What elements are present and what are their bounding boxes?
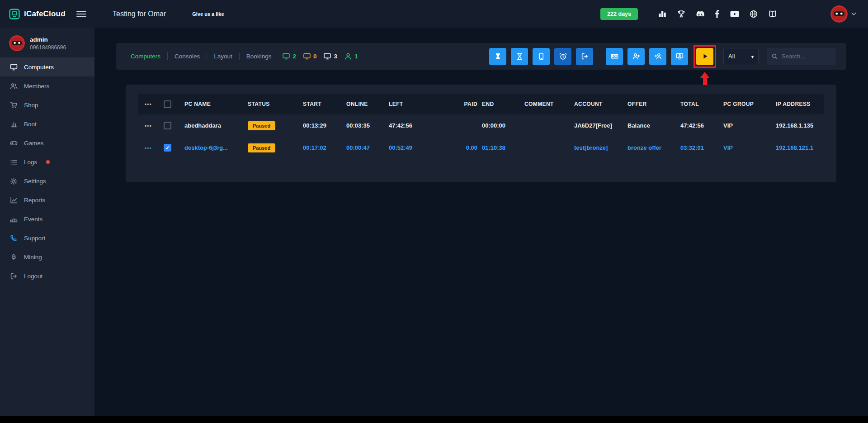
col-account[interactable]: ACCOUNT [574,101,627,107]
tab-computers[interactable]: Computers [131,53,160,60]
give-us-a-like-link[interactable]: Give us a like [192,11,224,17]
annotation-arrow-up [700,72,710,85]
toolbar-actions: All ▼ [489,48,835,65]
row-checkbox[interactable]: ✓ [164,144,171,152]
table-row[interactable]: ••• abedhaddara Paused 00:13:29 00:03:35… [138,114,824,137]
sidebar-item-shop[interactable]: Shop [0,95,94,114]
screenshot-button[interactable] [671,48,688,65]
col-left[interactable]: LEFT [389,101,457,107]
sidebar-item-logout[interactable]: Logout [0,266,94,285]
banknote-icon [611,52,618,60]
counter-pcs-warning: 0 [303,52,317,60]
check-icon: ✓ [165,145,170,151]
list-icon [10,158,18,166]
col-online[interactable]: ONLINE [346,101,389,107]
tab-consoles[interactable]: Consoles [175,53,200,60]
hamburger-menu-icon[interactable] [76,11,86,17]
hourglass-filled-icon [494,52,502,60]
table-header-row: ••• PC NAME STATUS START ONLINE LEFT PAI… [138,94,824,114]
discord-icon[interactable] [696,10,705,18]
play-icon [701,52,709,60]
user-menu[interactable] [830,5,856,23]
checkout-button[interactable] [576,48,593,65]
select-all-checkbox[interactable] [164,100,171,108]
bitcoin-icon [10,253,18,261]
mobile-button[interactable] [533,48,550,65]
tab-layout[interactable]: Layout [214,53,232,60]
col-pc-name[interactable]: PC NAME [184,101,248,107]
user-plus-alt-icon [654,52,662,60]
cell-total: 03:32:01 [680,144,723,151]
col-status[interactable]: STATUS [248,101,303,107]
phone-icon [10,234,18,242]
col-total[interactable]: TOTAL [680,101,723,107]
tab-bookings[interactable]: Bookings [246,53,272,60]
counter-value: 1 [354,53,358,60]
globe-icon[interactable] [749,10,758,18]
monitor-icon [323,52,331,60]
trophy-icon[interactable] [677,10,686,18]
sidebar-nav: Computers Members Shop Boot Games Logs S… [0,57,94,285]
sidebar-item-label: Mining [24,254,42,261]
col-end[interactable]: END [482,101,524,107]
brand-logo-icon [9,9,20,19]
row-checkbox[interactable] [164,122,171,129]
brand-area: iCafeCloud [0,0,94,28]
cell-pc-group: VIP [723,144,776,151]
monitor-user-icon [676,52,684,60]
book-icon[interactable] [768,10,777,18]
sidebar-item-games[interactable]: Games [0,133,94,152]
col-offer[interactable]: OFFER [627,101,680,107]
col-pc-group[interactable]: PC GROUP [723,101,776,107]
brand[interactable]: iCafeCloud [9,9,66,19]
group-filter-select[interactable]: All [723,48,759,65]
group-filter-wrap: All ▼ [723,48,759,65]
license-days-badge[interactable]: 222 days [600,8,638,20]
cell-status: Paused [248,143,303,152]
start-session-button[interactable] [696,48,713,65]
sidebar-item-events[interactable]: Events [0,209,94,228]
col-paid[interactable]: PAID [457,101,482,107]
computers-toolbar: Computers Consoles Layout Bookings 2 0 3 [116,43,846,70]
col-start[interactable]: START [303,101,346,107]
youtube-icon[interactable] [730,10,739,18]
facebook-icon[interactable] [715,10,720,18]
counter-pcs-in-use: 2 [282,52,296,60]
header-actions-icon[interactable]: ••• [138,101,164,107]
sidebar-profile[interactable]: admin 096184986696 [0,28,94,57]
cell-end: 01:10:38 [482,144,524,151]
sidebar-item-reports[interactable]: Reports [0,190,94,209]
sidebar-item-mining[interactable]: Mining [0,247,94,266]
cell-pc-name[interactable]: desktop-6j3rg... [184,144,248,151]
sidebar-item-computers[interactable]: Computers [0,57,94,76]
sidebar-item-members[interactable]: Members [0,76,94,95]
cell-online: 00:03:35 [346,122,389,129]
alarm-button[interactable] [554,48,571,65]
sidebar-item-boot[interactable]: Boot [0,114,94,133]
search-icon [771,53,778,60]
assign-member-button[interactable] [627,48,645,65]
stats-icon[interactable] [658,10,667,18]
cell-pc-name[interactable]: abedhaddara [184,122,248,129]
row-actions-icon[interactable]: ••• [138,145,164,151]
cell-offer: bronze offer [627,144,680,151]
sidebar-item-support[interactable]: Support [0,228,94,247]
col-ip-address[interactable]: IP ADDRESS [776,101,824,107]
sidebar-item-label: Logout [24,273,42,280]
sidebar-item-label: Shop [24,102,38,109]
status-badge: Paused [248,143,275,152]
table-row[interactable]: ••• ✓ desktop-6j3rg... Paused 00:17:02 0… [138,137,824,159]
resume-time-button[interactable] [511,48,528,65]
counter-value: 2 [292,53,296,60]
pause-time-button[interactable] [489,48,506,65]
cell-pc-group: VIP [723,122,776,129]
cash-payment-button[interactable] [606,48,623,65]
row-actions-icon[interactable]: ••• [138,123,164,128]
sidebar-item-label: Logs [24,159,37,166]
sidebar-item-logs[interactable]: Logs [0,152,94,171]
assign-guest-button[interactable] [649,48,666,65]
sidebar-item-settings[interactable]: Settings [0,171,94,190]
profile-name: admin [30,36,66,43]
col-comment[interactable]: COMMENT [524,101,574,107]
bottom-bar [0,416,868,423]
